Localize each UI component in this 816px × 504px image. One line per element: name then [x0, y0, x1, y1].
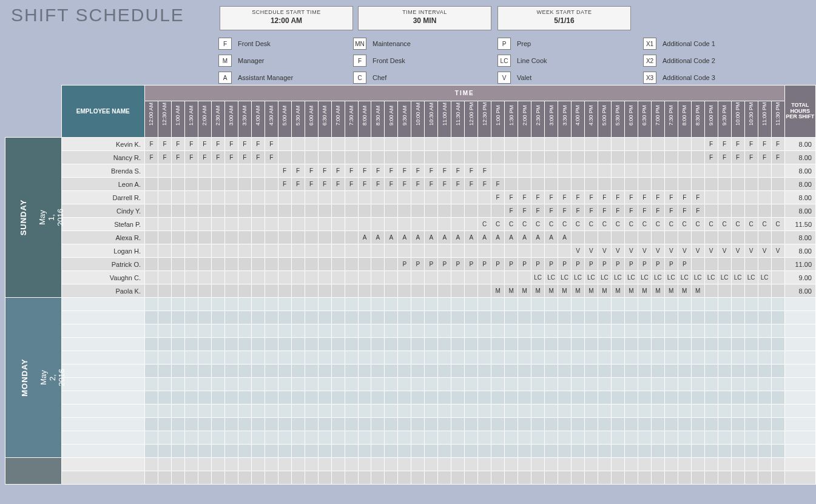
shift-cell[interactable]	[145, 405, 158, 418]
shift-cell[interactable]	[145, 244, 158, 258]
shift-cell[interactable]	[158, 418, 171, 431]
shift-cell[interactable]	[251, 218, 265, 231]
shift-cell[interactable]	[358, 405, 371, 418]
shift-cell[interactable]	[425, 271, 438, 284]
shift-cell[interactable]	[624, 391, 638, 405]
shift-cell[interactable]	[624, 405, 638, 418]
shift-cell[interactable]	[398, 365, 411, 378]
shift-cell[interactable]	[584, 178, 598, 191]
shift-cell[interactable]	[411, 445, 425, 458]
shift-cell[interactable]	[491, 418, 505, 431]
shift-cell[interactable]	[678, 311, 691, 324]
shift-cell[interactable]	[638, 351, 651, 365]
shift-cell[interactable]	[584, 378, 598, 391]
shift-cell[interactable]	[611, 338, 624, 351]
employee-cell[interactable]: Stefan P.	[61, 218, 144, 231]
shift-cell[interactable]	[291, 445, 305, 458]
shift-cell[interactable]: LC	[691, 271, 704, 284]
shift-cell[interactable]	[704, 204, 718, 218]
shift-cell[interactable]	[358, 365, 371, 378]
shift-cell[interactable]	[184, 418, 198, 431]
shift-cell[interactable]	[545, 298, 558, 311]
shift-cell[interactable]	[318, 445, 331, 458]
shift-cell[interactable]	[345, 471, 358, 485]
shift-cell[interactable]	[224, 178, 238, 191]
shift-cell[interactable]	[145, 471, 158, 485]
shift-cell[interactable]	[278, 405, 291, 418]
shift-cell[interactable]	[171, 471, 184, 485]
shift-cell[interactable]	[171, 431, 184, 445]
shift-cell[interactable]	[638, 458, 651, 471]
shift-cell[interactable]: P	[598, 258, 611, 271]
shift-cell[interactable]	[611, 378, 624, 391]
shift-cell[interactable]: F	[305, 164, 318, 178]
shift-cell[interactable]: F	[265, 151, 278, 164]
shift-cell[interactable]	[638, 365, 651, 378]
shift-cell[interactable]	[638, 178, 651, 191]
shift-cell[interactable]	[305, 231, 318, 244]
shift-cell[interactable]	[518, 365, 531, 378]
shift-cell[interactable]	[758, 231, 771, 244]
shift-cell[interactable]: F	[478, 164, 491, 178]
shift-cell[interactable]	[491, 298, 505, 311]
shift-cell[interactable]	[211, 191, 224, 204]
shift-cell[interactable]	[158, 271, 171, 284]
shift-cell[interactable]	[184, 164, 198, 178]
shift-cell[interactable]	[465, 351, 478, 365]
shift-cell[interactable]	[572, 471, 585, 485]
shift-cell[interactable]: M	[518, 284, 531, 298]
shift-cell[interactable]	[385, 218, 398, 231]
shift-cell[interactable]	[171, 298, 184, 311]
shift-cell[interactable]	[305, 405, 318, 418]
shift-cell[interactable]	[145, 191, 158, 204]
shift-cell[interactable]	[744, 324, 758, 338]
shift-cell[interactable]	[758, 445, 771, 458]
shift-cell[interactable]	[505, 391, 518, 405]
shift-cell[interactable]	[678, 351, 691, 365]
shift-cell[interactable]	[371, 391, 385, 405]
shift-cell[interactable]	[345, 191, 358, 204]
shift-cell[interactable]	[371, 445, 385, 458]
shift-cell[interactable]	[624, 431, 638, 445]
shift-cell[interactable]	[411, 458, 425, 471]
shift-cell[interactable]	[265, 204, 278, 218]
shift-cell[interactable]	[158, 391, 171, 405]
shift-cell[interactable]	[358, 311, 371, 324]
shift-cell[interactable]	[531, 418, 545, 431]
shift-cell[interactable]	[744, 471, 758, 485]
shift-cell[interactable]	[145, 164, 158, 178]
shift-cell[interactable]	[704, 311, 718, 324]
shift-cell[interactable]	[265, 431, 278, 445]
shift-cell[interactable]	[238, 204, 251, 218]
shift-cell[interactable]	[718, 431, 731, 445]
shift-cell[interactable]	[518, 471, 531, 485]
shift-cell[interactable]	[438, 471, 451, 485]
shift-cell[interactable]	[278, 338, 291, 351]
shift-cell[interactable]	[318, 191, 331, 204]
shift-cell[interactable]	[238, 271, 251, 284]
shift-cell[interactable]: F	[531, 204, 545, 218]
shift-cell[interactable]	[771, 164, 784, 178]
shift-cell[interactable]	[505, 431, 518, 445]
shift-cell[interactable]	[318, 351, 331, 365]
shift-cell[interactable]	[425, 365, 438, 378]
shift-cell[interactable]	[198, 258, 211, 271]
shift-cell[interactable]	[718, 324, 731, 338]
shift-cell[interactable]	[598, 231, 611, 244]
shift-cell[interactable]	[251, 164, 265, 178]
shift-cell[interactable]	[531, 324, 545, 338]
shift-cell[interactable]	[278, 284, 291, 298]
shift-cell[interactable]: F	[611, 191, 624, 204]
shift-cell[interactable]	[345, 445, 358, 458]
shift-cell[interactable]	[465, 218, 478, 231]
shift-cell[interactable]	[598, 178, 611, 191]
shift-cell[interactable]: F	[358, 164, 371, 178]
shift-cell[interactable]	[425, 204, 438, 218]
shift-cell[interactable]	[425, 471, 438, 485]
shift-cell[interactable]: F	[691, 204, 704, 218]
shift-cell[interactable]	[771, 178, 784, 191]
shift-cell[interactable]: M	[572, 284, 585, 298]
shift-cell[interactable]	[758, 431, 771, 445]
shift-cell[interactable]	[691, 178, 704, 191]
shift-cell[interactable]	[478, 324, 491, 338]
